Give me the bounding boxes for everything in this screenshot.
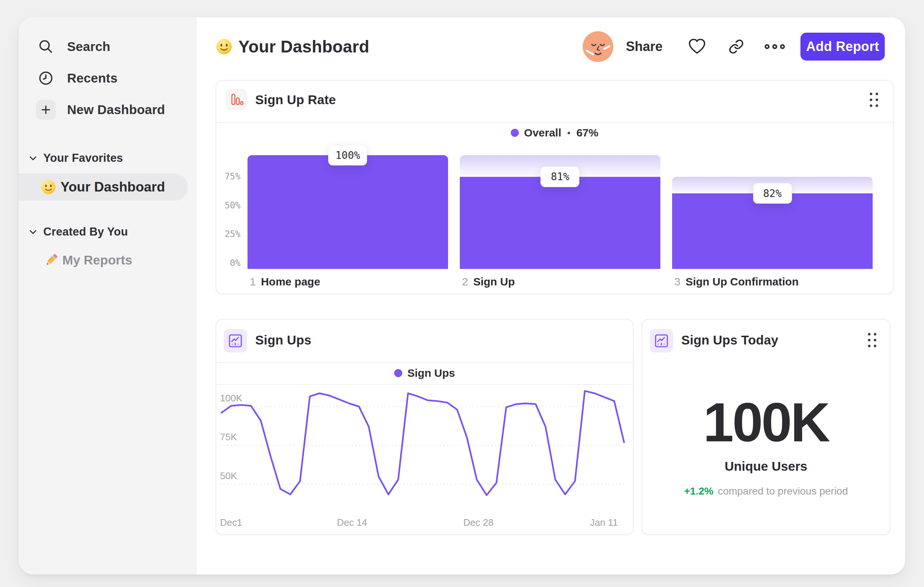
line-plot: 100K75K50K (220, 383, 626, 515)
x-tick-label: Dec1 (220, 517, 243, 528)
divider (216, 362, 633, 363)
drag-handle-icon[interactable] (870, 93, 878, 107)
line-chart-icon (224, 329, 247, 352)
line-x-axis: Dec1Dec 14Dec 28Jan 11 (220, 517, 626, 529)
stat-change-row: +1.2% compared to previous period (642, 484, 889, 499)
funnel-bar-fill (248, 155, 448, 269)
y-tick-label: 50K (220, 470, 237, 481)
avatar[interactable] (582, 31, 614, 62)
drag-handle-icon[interactable] (868, 333, 876, 347)
divider (216, 122, 893, 123)
chevron-down-icon (29, 230, 37, 235)
stat-change-description: compared to previous period (718, 485, 848, 497)
funnel-step-name: Home page (261, 276, 320, 288)
x-tick-label: Dec 28 (463, 517, 493, 528)
y-tick-label: 100K (220, 393, 243, 403)
sign-ups-card: Sign Ups Sign Ups 100K75K50K Dec1Dec 14D… (216, 319, 634, 535)
funnel-step-name: Sign Up Confirmation (686, 276, 799, 288)
x-tick-label: Dec 14 (337, 517, 367, 528)
y-tick-label: 50% (223, 200, 241, 211)
legend-dot (511, 129, 519, 137)
stat-value: 100K (642, 391, 889, 453)
funnel-step-label: 3Sign Up Confirmation (674, 276, 799, 288)
page-header: Your Dashboard (216, 32, 369, 61)
smiley-emoji-icon (216, 38, 233, 55)
stat-metric-label: Unique Users (642, 458, 889, 475)
chevron-down-icon (29, 156, 37, 161)
sidebar-item-label: Search (67, 39, 111, 54)
sign-ups-today-card: Sign Ups Today 100K Unique Users +1.2% c… (642, 319, 890, 535)
line-series-path (221, 391, 624, 495)
header-actions: Share Add Report (582, 32, 885, 61)
x-tick-label: Jan 11 (590, 517, 618, 528)
copy-link-icon[interactable] (729, 39, 744, 54)
smiley-emoji-icon (41, 179, 56, 195)
funnel-bar[interactable]: 100% (248, 155, 448, 269)
sidebar-item-label: Your Dashboard (61, 179, 165, 195)
line-svg: 100K75K50K (220, 383, 626, 515)
legend-separator: • (567, 127, 571, 139)
more-options-icon[interactable] (764, 43, 785, 50)
funnel-bar-value-label: 82% (753, 183, 792, 203)
funnel-bars: 100%81%82% (248, 155, 873, 269)
card-title: Sign Up Rate (255, 93, 336, 107)
stat-change-percent: +1.2% (684, 485, 713, 497)
funnel-bar-value-label: 81% (540, 167, 579, 187)
sidebar-item-your-dashboard[interactable]: Your Dashboard (19, 174, 188, 201)
sidebar-item-my-reports[interactable]: My Reports (19, 246, 196, 274)
sidebar: Search Recents New Dashboard (19, 17, 196, 575)
sidebar-item-label: My Reports (62, 253, 132, 268)
funnel-bar-fill (460, 177, 660, 269)
search-icon (38, 38, 54, 55)
app-window: Search Recents New Dashboard (19, 17, 905, 575)
legend-series-name[interactable]: Sign Ups (408, 367, 455, 379)
plus-icon (36, 100, 56, 120)
line-legend: Sign Ups (216, 365, 633, 381)
card-title: Sign Ups Today (681, 333, 779, 347)
funnel-bar[interactable]: 81% (460, 155, 660, 269)
sidebar-item-label: Recents (67, 71, 118, 86)
sidebar-item-new-dashboard[interactable]: New Dashboard (19, 94, 196, 126)
funnel-y-axis: 75%50%25%0% (223, 81, 241, 293)
share-button[interactable]: Share (626, 39, 663, 54)
pencil-emoji-icon (44, 253, 59, 268)
funnel-legend: Overall • 67% (216, 125, 893, 141)
y-tick-label: 75K (220, 432, 237, 442)
sidebar-item-label: New Dashboard (67, 103, 165, 117)
sign-up-rate-card: Sign Up Rate Overall • 67% 75%50%25%0% 1… (216, 80, 894, 294)
funnel-bar-value-label: 100% (328, 145, 367, 165)
funnel-step-index: 2 (462, 276, 468, 288)
funnel-step-label: 1Home page (250, 276, 320, 288)
y-tick-label: 25% (223, 228, 241, 240)
sidebar-section-your-favorites[interactable]: Your Favorites (19, 145, 196, 171)
sidebar-item-search[interactable]: Search (19, 31, 196, 62)
funnel-step-label: 2Sign Up (462, 276, 515, 288)
funnel-bar-fill (672, 193, 873, 269)
y-tick-label: 0% (223, 258, 241, 269)
funnel-step-index: 1 (250, 276, 256, 288)
funnel-step-index: 3 (674, 276, 681, 288)
line-chart-icon (650, 329, 673, 352)
sidebar-section-created-by-you[interactable]: Created By You (19, 219, 196, 245)
legend-overall-value: 67% (576, 127, 598, 139)
add-report-button[interactable]: Add Report (800, 33, 885, 61)
page-title: Your Dashboard (238, 37, 369, 56)
favorite-heart-icon[interactable] (688, 38, 706, 55)
sidebar-item-recents[interactable]: Recents (19, 62, 196, 94)
card-title: Sign Ups (255, 333, 311, 347)
funnel-bar[interactable]: 82% (672, 155, 873, 269)
section-label: Your Favorites (43, 152, 123, 165)
legend-dot (394, 369, 402, 377)
clock-icon (38, 70, 54, 86)
funnel-step-name: Sign Up (474, 276, 515, 288)
y-tick-label: 75% (223, 171, 241, 182)
legend-series-name[interactable]: Overall (524, 127, 561, 139)
funnel-step-labels: 1Home page2Sign Up3Sign Up Confirmation (248, 276, 873, 290)
section-label: Created By You (43, 225, 128, 238)
main-content: Your Dashboard Share (196, 17, 905, 575)
